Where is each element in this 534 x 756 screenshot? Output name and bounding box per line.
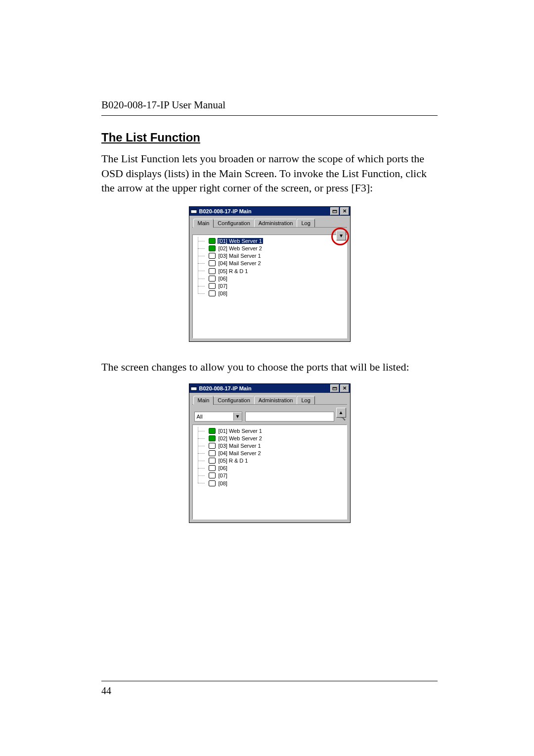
svg-rect-1 [191,209,197,210]
header-rule [101,115,438,116]
titlebar-text: B020-008-17-IP Main [199,208,329,214]
port-tree-item[interactable]: [05] R & D 1 [202,457,344,464]
port-tree-item[interactable]: [07] [202,282,344,289]
port-label: [04] Mail Server 2 [218,260,262,266]
port-online-icon [209,428,216,434]
port-label: [08] [218,480,228,486]
close-button[interactable]: ✕ [340,207,349,215]
port-offline-icon [209,450,216,456]
tab-main[interactable]: Main [193,396,214,405]
port-label: [08] [218,290,228,296]
port-tree-item[interactable]: [04] Mail Server 2 [202,449,344,457]
screenshot-2: B020-008-17-IP Main ✕ Main Configuration… [101,383,438,523]
app-icon [190,385,197,392]
port-tree-item[interactable]: [08] [202,479,344,486]
port-offline-icon [209,260,216,266]
chevron-down-icon[interactable]: ▼ [233,413,242,421]
port-label: [05] R & D 1 [218,268,249,274]
port-label: [02] Web Server 2 [218,435,263,441]
osd-window: B020-008-17-IP Main ✕ Main Configuration… [189,206,351,342]
page-number: 44 [101,685,438,697]
port-tree-item[interactable]: [03] Mail Server 1 [202,442,344,449]
port-offline-icon [209,268,216,274]
tab-main[interactable]: Main [193,219,214,228]
osd-window-filter: B020-008-17-IP Main ✕ Main Configuration… [189,383,351,523]
tab-configuration[interactable]: Configuration [213,219,254,227]
filter-text-input[interactable] [245,412,334,422]
window-body: Main Configuration Administration Log ▾ … [189,216,350,341]
port-online-icon [209,238,216,244]
port-label: [03] Mail Server 1 [218,443,262,449]
paragraph-2: The screen changes to allow you to choos… [101,360,438,375]
tab-strip: Main Configuration Administration Log [192,396,347,405]
port-tree-item[interactable]: [06] [202,464,344,472]
window-body: Main Configuration Administration Log ▲ … [189,393,350,522]
port-offline-icon [209,480,216,486]
port-tree-item[interactable]: [08] [202,289,344,297]
port-tree-panel: [01] Web Server 1[02] Web Server 2[03] M… [192,425,347,520]
app-icon [190,208,197,215]
port-tree-item[interactable]: [02] Web Server 2 [202,434,344,442]
port-label: [02] Web Server 2 [218,245,263,251]
port-online-icon [209,245,216,251]
port-tree-item[interactable]: [05] R & D 1 [202,267,344,274]
tab-administration[interactable]: Administration [254,396,298,404]
tab-configuration[interactable]: Configuration [213,396,254,404]
port-offline-icon [209,283,216,289]
port-label: [07] [218,283,228,289]
close-button[interactable]: ✕ [340,384,349,392]
port-tree-item[interactable]: [02] Web Server 2 [202,244,344,252]
port-label: [03] Mail Server 1 [218,253,262,259]
port-label: [06] [218,276,228,282]
port-label: [04] Mail Server 2 [218,450,262,456]
port-tree-panel: [01] Web Server 1[02] Web Server 2[03] M… [192,235,347,338]
port-offline-icon [209,253,216,259]
port-tree-item[interactable]: [06] [202,275,344,282]
tab-log[interactable]: Log [297,396,314,404]
port-offline-icon [209,465,216,471]
filter-row: All ▼ 🔍 [192,412,347,422]
page-footer: 44 [101,681,438,697]
manual-page: B020-008-17-IP User Manual The List Func… [0,0,534,756]
port-label: [05] R & D 1 [218,458,249,464]
minimize-button[interactable] [330,384,339,392]
port-tree-item[interactable]: [01] Web Server 1 [202,427,344,434]
list-function-arrow-button[interactable]: ▲ [336,408,346,418]
port-label: [07] [218,472,228,478]
port-label: [01] Web Server 1 [218,428,263,434]
footer-rule [101,681,438,681]
svg-rect-5 [191,386,197,387]
titlebar: B020-008-17-IP Main ✕ [189,384,350,393]
screenshot-1: B020-008-17-IP Main ✕ Main Configuration… [101,206,438,342]
section-title: The List Function [101,131,438,144]
port-tree: [01] Web Server 1[02] Web Server 2[03] M… [196,427,344,487]
port-tree-item[interactable]: [07] [202,472,344,479]
port-offline-icon [209,276,216,282]
filter-combo[interactable]: All ▼ [194,412,242,422]
port-offline-icon [209,472,216,478]
tab-administration[interactable]: Administration [254,219,298,227]
port-label: [06] [218,465,228,471]
port-online-icon [209,435,216,441]
port-tree-item[interactable]: [03] Mail Server 1 [202,252,344,259]
paragraph-1: The List Function lets you broaden or na… [101,151,438,195]
port-offline-icon [209,458,216,464]
port-tree: [01] Web Server 1[02] Web Server 2[03] M… [196,237,344,297]
titlebar-text: B020-008-17-IP Main [199,385,329,391]
tab-strip: Main Configuration Administration Log [192,219,347,228]
tab-log[interactable]: Log [297,219,314,227]
running-header: B020-008-17-IP User Manual [101,99,438,111]
port-tree-item[interactable]: [04] Mail Server 2 [202,259,344,267]
port-offline-icon [209,443,216,449]
port-offline-icon [209,290,216,296]
minimize-button[interactable] [330,207,339,215]
filter-combo-value: All [195,414,233,420]
titlebar: B020-008-17-IP Main ✕ [189,207,350,216]
port-label: [01] Web Server 1 [218,238,263,244]
svg-rect-3 [333,210,337,211]
list-function-arrow-button[interactable]: ▾ [336,231,346,240]
svg-rect-7 [333,387,337,388]
port-tree-item[interactable]: [01] Web Server 1 [202,237,344,244]
